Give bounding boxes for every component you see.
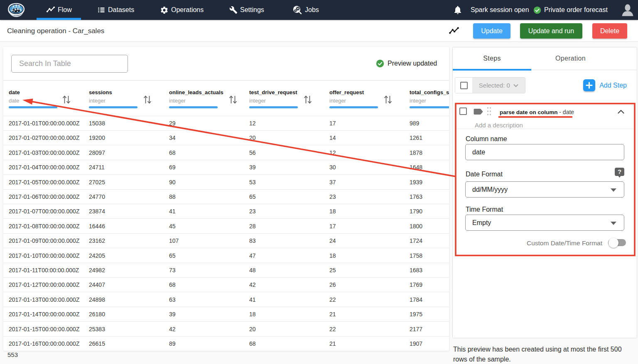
svg-text:?: ?: [618, 168, 621, 175]
